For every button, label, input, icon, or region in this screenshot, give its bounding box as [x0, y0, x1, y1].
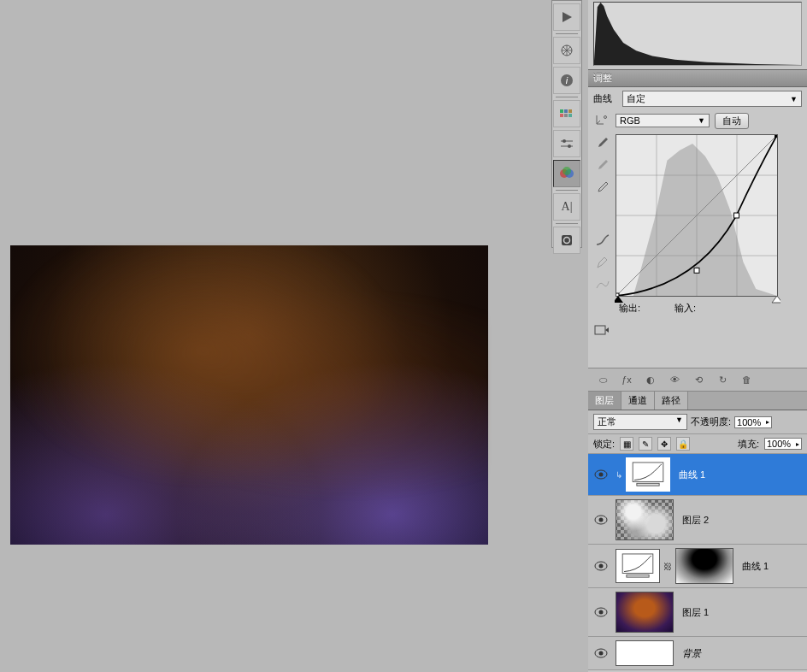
fill-label: 填充: [738, 438, 759, 451]
curves-sampler-tools [593, 134, 612, 297]
eyedropper-white-icon[interactable] [594, 179, 611, 196]
histogram-chart [594, 3, 801, 65]
lock-pixels-icon[interactable]: ✎ [639, 437, 652, 451]
svg-rect-42 [622, 554, 653, 574]
svg-marker-31 [615, 296, 623, 303]
svg-point-35 [599, 473, 604, 477]
layer-name: 图层 1 [682, 606, 709, 619]
input-range-slider[interactable] [615, 296, 780, 304]
svg-rect-37 [637, 483, 659, 486]
svg-rect-33 [595, 326, 605, 334]
adjustments-panel-header: 调整 [588, 69, 807, 87]
trash-icon[interactable]: 🗑 [739, 372, 754, 387]
layer-name: 背景 [682, 647, 701, 660]
info-icon[interactable]: i [553, 67, 580, 94]
play-icon[interactable] [553, 3, 580, 31]
reset-icon[interactable]: ↻ [715, 372, 730, 387]
mask-icon[interactable]: ◐ [643, 372, 658, 387]
curves-preset-value: 自定 [627, 92, 645, 105]
layer-thumb[interactable] [616, 640, 674, 666]
curves-preset-dropdown[interactable]: 自定 ▼ [622, 91, 802, 107]
svg-point-16 [563, 167, 571, 175]
channel-value: RGB [620, 115, 640, 126]
blend-mode-value: 正常 [598, 416, 616, 428]
lock-label: 锁定: [593, 438, 615, 451]
visibility-eye-icon[interactable] [594, 515, 608, 525]
swatches-icon[interactable] [553, 100, 580, 127]
layer-name: 曲线 1 [679, 469, 705, 481]
svg-rect-7 [560, 114, 563, 117]
lock-transparency-icon[interactable]: ▦ [620, 437, 633, 451]
visibility-eye-icon[interactable] [594, 469, 608, 480]
clip-indicator-icon: ↳ [616, 470, 622, 480]
fx-icon[interactable]: ƒx [619, 372, 634, 387]
auto-button[interactable]: 自动 [715, 113, 749, 129]
svg-point-39 [599, 518, 604, 522]
link-chain-icon[interactable]: ⛓ [663, 562, 672, 571]
clip-icon[interactable]: ⟲ [691, 372, 706, 387]
fill-input[interactable]: 100%▸ [764, 438, 802, 450]
curves-graph[interactable] [616, 134, 778, 297]
lock-all-icon[interactable]: 🔒 [676, 437, 690, 451]
brush-sliders-icon[interactable] [553, 130, 580, 157]
curves-preset-label: 曲线 [593, 92, 617, 105]
link-icon[interactable]: ⬭ [595, 372, 610, 387]
layer-row[interactable]: ⛓ 曲线 1 [588, 545, 807, 588]
svg-marker-0 [563, 12, 572, 22]
eye-toggle-icon[interactable]: 👁 [667, 372, 682, 387]
lock-position-icon[interactable]: ✥ [657, 437, 671, 451]
svg-rect-4 [560, 109, 563, 113]
svg-marker-32 [772, 296, 780, 303]
curve-pencil-tool-icon[interactable] [594, 254, 611, 271]
opacity-label: 不透明度: [691, 416, 731, 428]
layers-list: ↳ 曲线 1 图层 2 ⛓ 曲线 1 [588, 454, 807, 670]
tab-paths[interactable]: 路径 [655, 392, 688, 410]
histogram-panel [593, 2, 802, 66]
curve-point-tool-icon[interactable] [594, 232, 611, 249]
svg-rect-28 [694, 268, 699, 273]
adjustment-thumb[interactable] [626, 457, 670, 492]
layer-name: 曲线 1 [742, 560, 769, 573]
layers-panel-tabs: 图层 通道 路径 [588, 392, 807, 410]
lens-icon[interactable] [553, 227, 580, 254]
layer-thumb[interactable] [616, 499, 674, 540]
chevron-down-icon: ▼ [675, 416, 683, 428]
eyedropper-gray-icon[interactable] [594, 156, 611, 174]
return-to-layer-icon[interactable] [593, 321, 610, 339]
svg-point-47 [599, 651, 604, 656]
visibility-eye-icon[interactable] [594, 561, 608, 571]
layer-thumb[interactable] [616, 592, 674, 633]
svg-rect-36 [633, 463, 663, 482]
svg-rect-29 [734, 213, 739, 218]
layer-row[interactable]: 图层 1 [588, 588, 807, 637]
document-canvas[interactable] [10, 245, 488, 545]
eyedropper-black-icon[interactable] [594, 134, 611, 151]
layer-row[interactable]: ↳ 曲线 1 [588, 454, 807, 496]
curves-chart [616, 135, 777, 296]
adjustments-icon[interactable] [553, 160, 580, 187]
blend-mode-dropdown[interactable]: 正常 ▼ [593, 414, 687, 430]
svg-rect-5 [564, 109, 568, 113]
svg-rect-6 [568, 109, 572, 113]
compass-icon[interactable] [553, 37, 580, 64]
visibility-eye-icon[interactable] [594, 607, 608, 617]
svg-rect-43 [627, 575, 649, 577]
curves-panel: 曲线 自定 ▼ RGB ▼ 自动 [588, 87, 807, 318]
layer-row[interactable]: 图层 2 [588, 496, 807, 545]
adjustment-thumb[interactable] [616, 549, 660, 583]
character-icon[interactable]: A| [553, 193, 580, 221]
svg-rect-30 [775, 135, 777, 138]
svg-rect-9 [568, 114, 572, 117]
layer-mask-thumb[interactable] [675, 548, 733, 584]
tab-channels[interactable]: 通道 [621, 392, 655, 410]
channel-dropdown[interactable]: RGB ▼ [616, 114, 710, 127]
visibility-eye-icon[interactable] [594, 648, 608, 658]
options-toolbar: i A| [551, 0, 582, 248]
svg-point-19 [604, 116, 607, 119]
targeted-adjust-icon[interactable] [593, 112, 610, 129]
panel-footer-icons: ⬭ ƒx ◐ 👁 ⟲ ↻ 🗑 [588, 368, 807, 392]
opacity-input[interactable]: 100%▸ [734, 416, 772, 428]
smooth-curve-icon[interactable] [594, 276, 611, 293]
tab-layers[interactable]: 图层 [588, 392, 621, 410]
layer-row[interactable]: 背景 [588, 637, 807, 670]
